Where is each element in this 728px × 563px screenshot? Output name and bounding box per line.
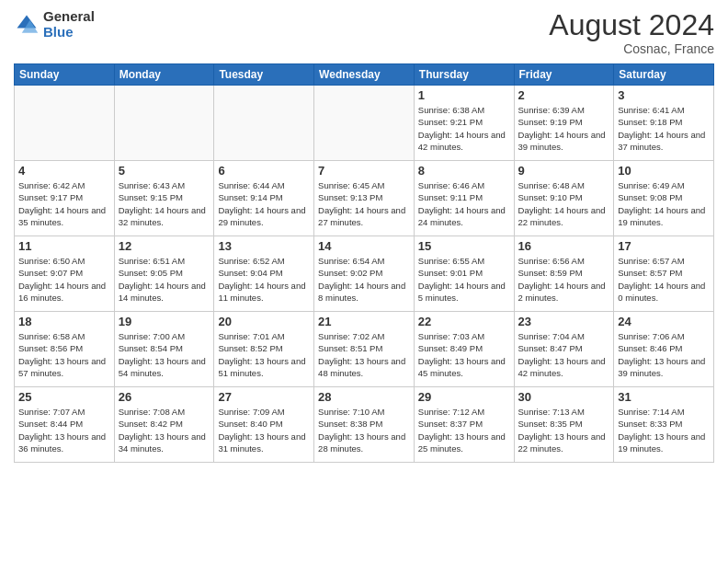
page: General Blue August 2024 Cosnac, France … <box>0 0 728 563</box>
header: General Blue August 2024 Cosnac, France <box>14 9 714 56</box>
day-info: Sunrise: 6:51 AM Sunset: 9:05 PM Dayligh… <box>119 255 210 304</box>
day-cell: 5Sunrise: 6:43 AM Sunset: 9:15 PM Daylig… <box>114 161 214 236</box>
day-number: 30 <box>518 390 610 404</box>
col-header-saturday: Saturday <box>614 64 714 86</box>
day-cell: 27Sunrise: 7:09 AM Sunset: 8:40 PM Dayli… <box>214 387 314 463</box>
logo: General Blue <box>14 9 95 40</box>
day-info: Sunrise: 7:06 AM Sunset: 8:46 PM Dayligh… <box>618 330 710 379</box>
day-number: 17 <box>618 239 710 253</box>
logo-icon <box>14 12 40 38</box>
day-info: Sunrise: 6:50 AM Sunset: 9:07 PM Dayligh… <box>18 255 110 304</box>
col-header-monday: Monday <box>114 64 214 86</box>
day-number: 10 <box>618 164 710 178</box>
day-number: 16 <box>518 239 610 253</box>
col-header-friday: Friday <box>514 64 614 86</box>
day-info: Sunrise: 7:08 AM Sunset: 8:42 PM Dayligh… <box>119 406 210 454</box>
calendar-header-row: SundayMondayTuesdayWednesdayThursdayFrid… <box>15 64 714 86</box>
day-cell: 1Sunrise: 6:38 AM Sunset: 9:21 PM Daylig… <box>414 86 514 161</box>
day-number: 2 <box>518 88 610 102</box>
day-cell: 16Sunrise: 6:56 AM Sunset: 8:59 PM Dayli… <box>514 236 614 312</box>
day-info: Sunrise: 6:46 AM Sunset: 9:11 PM Dayligh… <box>418 179 510 228</box>
day-info: Sunrise: 7:10 AM Sunset: 8:38 PM Dayligh… <box>318 406 410 454</box>
month-year: August 2024 <box>549 9 714 41</box>
col-header-sunday: Sunday <box>15 64 115 86</box>
logo-blue: Blue <box>43 25 95 40</box>
day-cell: 15Sunrise: 6:55 AM Sunset: 9:01 PM Dayli… <box>414 236 514 312</box>
day-number: 15 <box>418 239 510 253</box>
day-cell: 14Sunrise: 6:54 AM Sunset: 9:02 PM Dayli… <box>314 236 415 312</box>
day-number: 6 <box>218 164 310 178</box>
day-info: Sunrise: 6:39 AM Sunset: 9:19 PM Dayligh… <box>518 104 610 153</box>
day-info: Sunrise: 6:49 AM Sunset: 9:08 PM Dayligh… <box>618 179 710 228</box>
title-block: August 2024 Cosnac, France <box>549 9 714 56</box>
day-number: 3 <box>618 88 710 102</box>
day-number: 14 <box>318 239 410 253</box>
day-cell: 2Sunrise: 6:39 AM Sunset: 9:19 PM Daylig… <box>514 86 614 161</box>
day-number: 26 <box>119 390 210 404</box>
day-cell: 29Sunrise: 7:12 AM Sunset: 8:37 PM Dayli… <box>414 387 514 463</box>
day-info: Sunrise: 7:13 AM Sunset: 8:35 PM Dayligh… <box>518 406 610 454</box>
day-number: 31 <box>618 390 710 404</box>
day-number: 8 <box>418 164 510 178</box>
day-info: Sunrise: 6:38 AM Sunset: 9:21 PM Dayligh… <box>418 104 510 153</box>
week-row-1: 4Sunrise: 6:42 AM Sunset: 9:17 PM Daylig… <box>15 161 714 236</box>
day-info: Sunrise: 7:02 AM Sunset: 8:51 PM Dayligh… <box>318 330 410 379</box>
logo-general: General <box>43 9 95 25</box>
day-number: 4 <box>18 164 110 178</box>
col-header-tuesday: Tuesday <box>214 64 314 86</box>
day-cell <box>214 86 314 161</box>
day-number: 28 <box>318 390 410 404</box>
day-number: 27 <box>218 390 310 404</box>
day-info: Sunrise: 6:45 AM Sunset: 9:13 PM Dayligh… <box>318 179 410 228</box>
day-cell: 6Sunrise: 6:44 AM Sunset: 9:14 PM Daylig… <box>214 161 314 236</box>
day-number: 25 <box>18 390 110 404</box>
day-info: Sunrise: 6:55 AM Sunset: 9:01 PM Dayligh… <box>418 255 510 304</box>
day-cell: 13Sunrise: 6:52 AM Sunset: 9:04 PM Dayli… <box>214 236 314 312</box>
location: Cosnac, France <box>549 41 714 56</box>
day-info: Sunrise: 7:04 AM Sunset: 8:47 PM Dayligh… <box>518 330 610 379</box>
day-cell: 17Sunrise: 6:57 AM Sunset: 8:57 PM Dayli… <box>614 236 714 312</box>
day-number: 12 <box>119 239 210 253</box>
day-number: 20 <box>218 315 310 328</box>
day-cell: 12Sunrise: 6:51 AM Sunset: 9:05 PM Dayli… <box>114 236 214 312</box>
day-number: 18 <box>18 315 110 328</box>
day-cell: 24Sunrise: 7:06 AM Sunset: 8:46 PM Dayli… <box>614 312 714 387</box>
day-info: Sunrise: 7:12 AM Sunset: 8:37 PM Dayligh… <box>418 406 510 454</box>
col-header-thursday: Thursday <box>414 64 514 86</box>
day-number: 1 <box>418 88 510 102</box>
day-cell: 4Sunrise: 6:42 AM Sunset: 9:17 PM Daylig… <box>15 161 115 236</box>
day-info: Sunrise: 6:52 AM Sunset: 9:04 PM Dayligh… <box>218 255 310 304</box>
week-row-3: 18Sunrise: 6:58 AM Sunset: 8:56 PM Dayli… <box>15 312 714 387</box>
day-cell: 20Sunrise: 7:01 AM Sunset: 8:52 PM Dayli… <box>214 312 314 387</box>
day-cell: 7Sunrise: 6:45 AM Sunset: 9:13 PM Daylig… <box>314 161 415 236</box>
day-info: Sunrise: 6:43 AM Sunset: 9:15 PM Dayligh… <box>119 179 210 228</box>
day-info: Sunrise: 6:41 AM Sunset: 9:18 PM Dayligh… <box>618 104 710 153</box>
day-cell: 18Sunrise: 6:58 AM Sunset: 8:56 PM Dayli… <box>15 312 115 387</box>
day-cell <box>15 86 115 161</box>
day-number: 22 <box>418 315 510 328</box>
day-cell: 21Sunrise: 7:02 AM Sunset: 8:51 PM Dayli… <box>314 312 415 387</box>
day-info: Sunrise: 6:58 AM Sunset: 8:56 PM Dayligh… <box>18 330 110 379</box>
week-row-2: 11Sunrise: 6:50 AM Sunset: 9:07 PM Dayli… <box>15 236 714 312</box>
logo-text: General Blue <box>43 9 95 40</box>
calendar: SundayMondayTuesdayWednesdayThursdayFrid… <box>14 63 714 463</box>
day-cell: 9Sunrise: 6:48 AM Sunset: 9:10 PM Daylig… <box>514 161 614 236</box>
day-cell: 10Sunrise: 6:49 AM Sunset: 9:08 PM Dayli… <box>614 161 714 236</box>
day-info: Sunrise: 7:09 AM Sunset: 8:40 PM Dayligh… <box>218 406 310 454</box>
day-info: Sunrise: 6:54 AM Sunset: 9:02 PM Dayligh… <box>318 255 410 304</box>
week-row-4: 25Sunrise: 7:07 AM Sunset: 8:44 PM Dayli… <box>15 387 714 463</box>
day-number: 13 <box>218 239 310 253</box>
day-info: Sunrise: 7:01 AM Sunset: 8:52 PM Dayligh… <box>218 330 310 379</box>
day-info: Sunrise: 7:03 AM Sunset: 8:49 PM Dayligh… <box>418 330 510 379</box>
day-info: Sunrise: 7:07 AM Sunset: 8:44 PM Dayligh… <box>18 406 110 454</box>
week-row-0: 1Sunrise: 6:38 AM Sunset: 9:21 PM Daylig… <box>15 86 714 161</box>
day-number: 23 <box>518 315 610 328</box>
day-cell: 23Sunrise: 7:04 AM Sunset: 8:47 PM Dayli… <box>514 312 614 387</box>
day-cell: 28Sunrise: 7:10 AM Sunset: 8:38 PM Dayli… <box>314 387 415 463</box>
day-number: 5 <box>119 164 210 178</box>
day-info: Sunrise: 6:57 AM Sunset: 8:57 PM Dayligh… <box>618 255 710 304</box>
day-number: 19 <box>119 315 210 328</box>
day-info: Sunrise: 6:48 AM Sunset: 9:10 PM Dayligh… <box>518 179 610 228</box>
day-info: Sunrise: 6:44 AM Sunset: 9:14 PM Dayligh… <box>218 179 310 228</box>
day-cell <box>114 86 214 161</box>
